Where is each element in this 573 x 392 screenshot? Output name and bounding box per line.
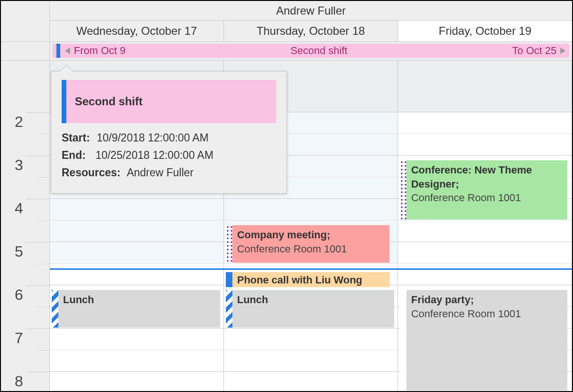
appointment-content: Phone call with Liu Wong [232,272,390,287]
ruler-header-corner [1,1,50,42]
scheduler: Andrew Fuller Wednesday, October 17 Thur… [1,1,572,391]
ruler-tick [26,112,49,113]
tooltip-end-row: End: 10/25/2018 12:00:00 AM [62,149,276,162]
banner-title: Second shift [126,45,512,57]
appointment-location: Conference Room 1001 [237,242,385,256]
time-slot[interactable] [224,199,398,220]
day-header-row: Wednesday, October 17 Thursday, October … [50,21,572,42]
banner-from: From Oct 9 [65,45,126,57]
hour-label: 7 [15,329,23,347]
all-day-area[interactable]: From Oct 9 Second shift To Oct 25 [50,42,572,61]
appointment-company-meeting[interactable]: Company meeting; Conference Room 1001 [226,225,390,263]
hour-label: 8 [15,373,23,390]
ruler-tick [36,350,49,351]
time-slot[interactable] [50,242,223,264]
all-day-appointment-second-shift[interactable]: From Oct 9 Second shift To Oct 25 [53,44,569,58]
ruler-tick [36,177,49,178]
tooltip-start-row: Start: 10/9/2018 12:00:00 AM [62,132,276,144]
ruler-tick [26,242,49,243]
time-slot[interactable] [398,264,572,285]
hour-label: 5 [15,243,23,260]
appointment-content: Lunch [58,290,220,328]
hour-label: 2 [15,113,23,131]
appointment-content: Lunch [232,290,394,328]
time-ruler: 2345678 [1,61,50,392]
appointment-lunch-thu[interactable]: Lunch [226,290,394,328]
tooltip-resources-row: Resources: Andrew Fuller [62,166,276,179]
time-slot[interactable] [398,220,572,242]
tooltip-res-label: Resources: [62,166,120,179]
appointment-location: Conference Room 1001 [411,191,563,205]
appointment-title: Phone call with Liu Wong [237,273,385,287]
resource-name: Andrew Fuller [276,4,346,17]
time-slot[interactable] [398,112,572,134]
appointment-content: Friday party; Conference Room 1001 [406,290,567,391]
time-slot[interactable] [50,199,223,220]
tooltip-res-value: Andrew Fuller [127,166,193,179]
hour-label: 3 [15,157,23,174]
tooltip-start-label: Start: [62,132,90,144]
time-slot[interactable] [224,372,398,392]
ruler-tick [36,220,49,221]
time-slot[interactable] [398,242,572,264]
resource-header: Andrew Fuller [50,1,572,21]
banner-from-text: From Oct 9 [74,45,126,57]
tooltip-arrow-icon [60,65,73,71]
appointment-status-oof [226,290,232,328]
appointment-title: Lunch [237,293,390,307]
time-slot[interactable] [50,220,223,242]
arrow-right-icon [560,47,565,54]
time-slot[interactable] [50,372,223,392]
all-day-ruler-cell [1,42,50,61]
appointment-title: Company meeting; [237,228,385,242]
day-header-thu[interactable]: Thursday, October 18 [224,21,398,42]
appointment-phone-call[interactable]: Phone call with Liu Wong [226,272,390,287]
appointment-title: Lunch [63,293,215,307]
banner-to-text: To Oct 25 [512,45,557,57]
day-header-label: Wednesday, October 17 [76,24,197,38]
time-slot[interactable] [224,350,398,372]
day-header-label: Thursday, October 18 [256,24,365,38]
appointment-status-bar [56,44,60,58]
appointment-friday-party[interactable]: Friday party; Conference Room 1001 [400,290,567,391]
time-slot[interactable] [50,329,223,350]
appointment-content: Company meeting; Conference Room 1001 [232,225,390,263]
appointment-lunch-wed[interactable]: Lunch [52,290,220,328]
all-day-extra-strip [398,61,572,112]
ruler-tick [26,285,49,286]
ruler-tick [36,134,49,134]
time-slot[interactable] [224,329,398,350]
day-body: Second shift Start: 10/9/2018 12:00:00 A… [50,61,572,392]
tooltip-end-label: End: [62,149,86,161]
time-slot[interactable] [50,350,223,372]
tooltip-status-bar [62,80,66,123]
appointment-status-busy [226,272,232,287]
ruler-tick [26,156,49,156]
banner-to: To Oct 25 [512,45,565,57]
tooltip-end-value: 10/25/2018 12:00:00 AM [96,149,214,161]
appointment-location: Conference Room 1001 [411,307,563,321]
appointment-status-free [400,290,406,391]
current-time-indicator [50,268,572,270]
tooltip-start-value: 10/9/2018 12:00:00 AM [96,132,208,144]
appointment-status-oof [52,290,58,328]
appointment-title: Conference: New Theme Designer; [411,163,563,191]
ruler-tick [36,307,49,307]
tooltip-subject: Second shift [66,95,143,108]
day-header-fri[interactable]: Friday, October 19 [398,21,572,42]
ruler-tick [26,199,49,199]
tooltip-subject-box: Second shift [62,80,276,123]
ruler-tick [26,329,49,329]
appointment-conference[interactable]: Conference: New Theme Designer; Conferen… [400,160,567,220]
ruler-tick [26,372,49,372]
appointment-status-tentative [400,160,406,220]
arrow-left-icon [65,47,70,54]
hour-label: 6 [15,286,23,304]
ruler-tick [36,264,49,264]
appointment-content: Conference: New Theme Designer; Conferen… [406,160,567,220]
appointment-status-tentative [226,225,232,263]
appointment-title: Friday party; [411,293,563,307]
day-header-wed[interactable]: Wednesday, October 17 [50,21,224,42]
time-slot[interactable] [398,134,572,156]
time-slot[interactable] [50,264,223,285]
